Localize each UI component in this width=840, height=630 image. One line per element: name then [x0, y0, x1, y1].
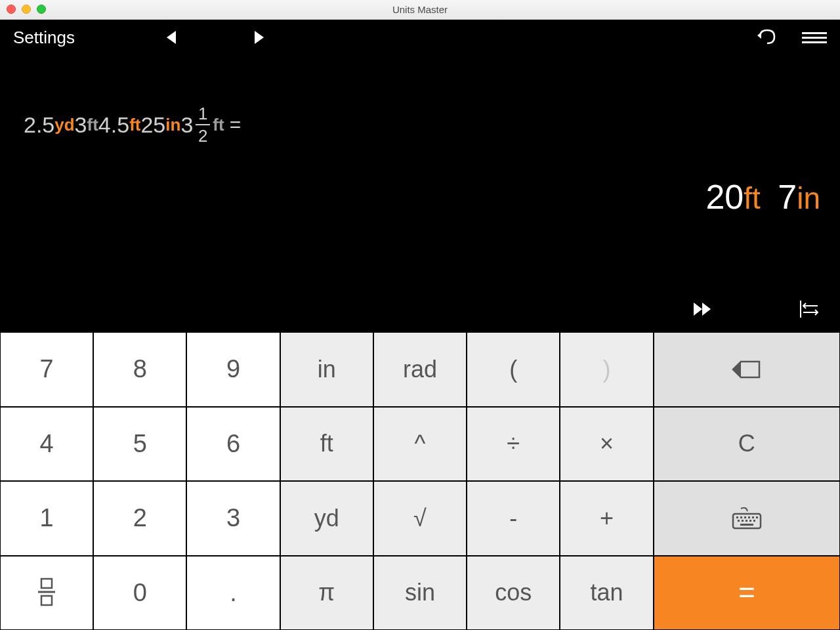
traffic-lights: [7, 5, 46, 14]
key-plus[interactable]: +: [560, 481, 653, 556]
key-clear[interactable]: C: [654, 407, 840, 482]
expr-token: 25: [140, 112, 165, 138]
svg-rect-10: [746, 520, 747, 522]
key-minus[interactable]: -: [467, 481, 560, 556]
display-footer: [693, 301, 820, 320]
key-rparen[interactable]: ): [560, 332, 653, 407]
backspace-icon: [732, 360, 762, 379]
keyboard-icon: [732, 507, 762, 530]
expr-fraction: 1 2: [196, 105, 210, 144]
svg-rect-2: [736, 516, 738, 518]
key-tan[interactable]: tan: [560, 556, 653, 631]
key-6[interactable]: 6: [186, 407, 280, 482]
result-value: 7: [778, 178, 797, 216]
key-equals[interactable]: =: [654, 556, 840, 631]
svg-rect-3: [740, 516, 742, 518]
key-8[interactable]: 8: [93, 332, 186, 407]
expr-token: yd: [54, 115, 74, 135]
svg-rect-11: [749, 520, 751, 522]
key-4[interactable]: 4: [0, 407, 93, 482]
fraction-icon: [35, 578, 58, 608]
display-area: Settings 2.5 yd 3 ft 4.5 ft 25 in 3: [0, 20, 840, 332]
svg-rect-12: [753, 520, 755, 522]
menu-icon[interactable]: [802, 32, 827, 43]
svg-rect-4: [744, 516, 746, 518]
expr-token: ft: [213, 115, 224, 135]
history-next-icon[interactable]: [255, 31, 264, 44]
swap-icon[interactable]: [798, 301, 820, 320]
svg-rect-1: [733, 514, 761, 528]
key-unit-yd[interactable]: yd: [280, 481, 373, 556]
key-cos[interactable]: cos: [467, 556, 560, 631]
svg-rect-9: [742, 520, 744, 522]
fraction-numerator: 1: [198, 105, 207, 122]
svg-rect-15: [41, 596, 52, 605]
key-3[interactable]: 3: [186, 481, 280, 556]
key-fraction[interactable]: [0, 556, 93, 631]
key-7[interactable]: 7: [0, 332, 93, 407]
history-nav: [167, 31, 264, 44]
fraction-bar: [196, 124, 210, 125]
key-backspace[interactable]: [654, 332, 840, 407]
key-unit-ft[interactable]: ft: [280, 407, 373, 482]
key-sqrt[interactable]: √: [373, 481, 467, 556]
key-keyboard[interactable]: [654, 481, 840, 556]
svg-rect-7: [756, 516, 758, 518]
key-0[interactable]: 0: [93, 556, 186, 631]
minimize-icon[interactable]: [22, 5, 31, 14]
expr-equals: =: [230, 114, 242, 136]
key-unit-in[interactable]: in: [280, 332, 373, 407]
key-pi[interactable]: π: [280, 556, 373, 631]
result-unit: ft: [744, 181, 761, 215]
expr-token: ft: [87, 115, 98, 135]
display-topbar: Settings: [13, 20, 827, 55]
settings-button[interactable]: Settings: [13, 28, 75, 48]
svg-rect-5: [748, 516, 750, 518]
zoom-icon[interactable]: [37, 5, 46, 14]
expr-token: ft: [129, 115, 140, 135]
key-divide[interactable]: ÷: [467, 407, 560, 482]
expr-token: 3: [75, 112, 87, 138]
topbar-actions: [756, 28, 827, 47]
key-1[interactable]: 1: [0, 481, 93, 556]
expression-line: 2.5 yd 3 ft 4.5 ft 25 in 3 1 2 ft =: [24, 105, 241, 144]
history-prev-icon[interactable]: [167, 31, 176, 44]
close-icon[interactable]: [7, 5, 16, 14]
app-window: Units Master Settings 2.5 yd 3 ft 4.5 ft…: [0, 0, 840, 630]
result-value: 20: [705, 178, 744, 216]
expr-token: in: [165, 115, 180, 135]
fast-forward-icon[interactable]: [693, 301, 713, 320]
svg-rect-6: [752, 516, 754, 518]
key-power[interactable]: ^: [373, 407, 467, 482]
key-multiply[interactable]: ×: [560, 407, 653, 482]
key-2[interactable]: 2: [93, 481, 186, 556]
fraction-denominator: 2: [198, 127, 207, 144]
result-line: 20ft 7in: [705, 177, 820, 217]
key-lparen[interactable]: (: [467, 332, 560, 407]
svg-rect-14: [41, 579, 52, 588]
titlebar: Units Master: [0, 0, 840, 20]
undo-icon[interactable]: [756, 28, 776, 47]
key-sin[interactable]: sin: [373, 556, 467, 631]
svg-rect-13: [740, 524, 753, 526]
expr-token: 4.5: [98, 112, 129, 138]
key-5[interactable]: 5: [93, 407, 186, 482]
key-dot[interactable]: .: [186, 556, 280, 631]
result-unit: in: [797, 181, 820, 215]
window-title: Units Master: [392, 4, 448, 15]
svg-rect-8: [738, 520, 740, 522]
keypad: 7 8 9 in rad ( ) 4 5 6 ft ^ ÷ × C 1 2 3 …: [0, 332, 840, 630]
key-rad[interactable]: rad: [373, 332, 467, 407]
expr-token: 3: [180, 112, 193, 138]
key-9[interactable]: 9: [186, 332, 280, 407]
expr-token: 2.5: [24, 112, 54, 138]
